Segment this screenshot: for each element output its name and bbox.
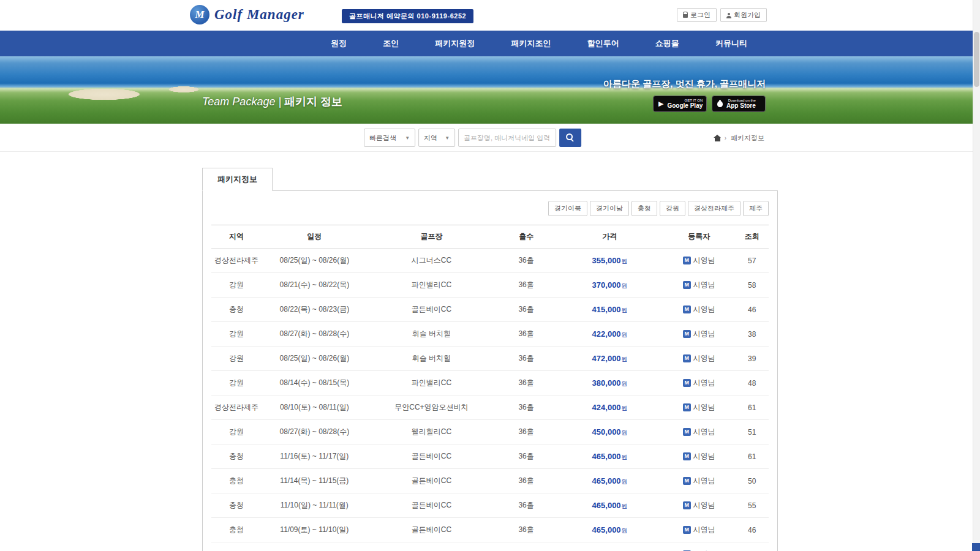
hero-banner: Team Package | 패키지 정보 아름다운 골프장, 멋진 휴가, 골… [0, 56, 980, 124]
table-row[interactable]: 충청11/16(토) ~ 11/17(일)골든베이CC36홀465,000원M시… [211, 444, 769, 469]
table-row[interactable]: 강원08/21(수) ~ 08/22(목)파인밸리CC36홀370,000원M시… [211, 273, 769, 298]
cell-course: 골든베이CC [368, 298, 496, 322]
chevron-down-icon: ▼ [405, 135, 410, 141]
column-header-6: 조회 [735, 225, 769, 249]
nav-item-discount-tour[interactable]: 할인투어 [587, 38, 619, 49]
cell-course: 골든베이CC [368, 469, 496, 493]
table-row[interactable]: 강원08/14(수) ~ 08/15(목)파인밸리CC36홀380,000원M시… [211, 371, 769, 395]
cell-views: 51 [735, 420, 769, 444]
table-row[interactable]: 경상전라제주08/25(일) ~ 08/26(월)시그너스CC36홀355,00… [211, 249, 769, 273]
cell-registrant: M시영님 [663, 395, 735, 420]
cell-price: 370,000원 [557, 273, 663, 298]
won-suffix: 원 [622, 405, 628, 411]
scroll-top-button[interactable] [972, 543, 980, 551]
nav-item-shop[interactable]: 쇼핑몰 [655, 38, 679, 49]
cell-registrant: M시영님 [663, 273, 735, 298]
table-row[interactable]: 강원08/27(화) ~ 08/28(수)웰리힐리CC36홀450,000원M시… [211, 420, 769, 444]
registrant-badge-icon: M [683, 257, 691, 264]
registrant-badge-icon: M [683, 452, 691, 460]
cell-registrant: M시영님 [663, 420, 735, 444]
home-icon[interactable] [715, 138, 720, 141]
scrollbar-thumb[interactable] [974, 32, 979, 87]
cell-views: 39 [735, 347, 769, 371]
cell-region: 경상전라제주 [211, 395, 262, 420]
filter-button-jeju[interactable]: 제주 [743, 201, 769, 216]
region-filters: 경기이북경기이남충청강원경상전라제주제주 [211, 201, 769, 216]
filter-button-chungcheong[interactable]: 충청 [631, 201, 657, 216]
table-row[interactable]: 경상전라제주08/10(토) ~ 08/11(일)무안CC+영암오션비치36홀4… [211, 395, 769, 420]
registrant-badge-icon: M [683, 354, 691, 362]
table-row[interactable]: 강원08/25(일) ~ 08/26(월)휘슬 버치힐36홀472,000원M시… [211, 347, 769, 371]
table-row[interactable]: 충청08/22(목) ~ 08/23(금)골든베이CC36홀415,000원M시… [211, 298, 769, 322]
cell-schedule: 08/27(화) ~ 08/28(수) [262, 420, 368, 444]
tab-package-info[interactable]: 패키지정보 [202, 168, 273, 191]
cell-price: 465,000원 [557, 542, 663, 551]
logo-m-icon: M [190, 5, 209, 24]
search-button[interactable] [559, 129, 581, 147]
search-input[interactable] [458, 129, 556, 147]
cell-region: 충청 [211, 518, 262, 542]
region-dropdown[interactable]: 지역 ▼ [418, 129, 455, 147]
table-row[interactable]: 충청11/09(토) ~ 11/10(일)골든베이CC36홀465,000원M시… [211, 518, 769, 542]
cell-region: 충청 [211, 493, 262, 518]
cell-holes: 36홀 [496, 518, 557, 542]
filter-button-gyeonggi-south[interactable]: 경기이남 [590, 201, 629, 216]
signup-button[interactable]: 회원가입 [720, 8, 767, 22]
cell-region: 강원 [211, 322, 262, 347]
cell-region: 충청 [211, 542, 262, 551]
cell-registrant: M시영님 [663, 518, 735, 542]
price-value: 422,000 [592, 329, 621, 339]
cell-views: 38 [735, 322, 769, 347]
registrant-badge-icon: M [683, 501, 691, 509]
cell-course: 골든베이CC [368, 542, 496, 551]
column-header-5: 등록자 [663, 225, 735, 249]
nav-menu: 원정조인패키지원정패키지조인할인투어쇼핑몰커뮤니티 [331, 31, 747, 56]
registrant-badge-icon: M [683, 526, 691, 534]
cell-holes: 36홀 [496, 469, 557, 493]
cell-schedule: 11/14(목) ~ 11/15(금) [262, 469, 368, 493]
nav-item-join[interactable]: 조인 [383, 38, 399, 49]
nav-item-tour[interactable]: 원정 [331, 38, 347, 49]
table-row[interactable]: 충청11/01(금) ~ 11/02(토)골든베이CC36홀465,000원M시… [211, 542, 769, 551]
table-row[interactable]: 강원08/27(화) ~ 08/28(수)휘슬 버치힐36홀422,000원M시… [211, 322, 769, 347]
cell-course: 골든베이CC [368, 518, 496, 542]
app-store-badge[interactable]: Download on the App Store [712, 96, 766, 112]
cell-schedule: 08/22(목) ~ 08/23(금) [262, 298, 368, 322]
google-play-badge[interactable]: ▶ GET IT ON Google Play [653, 96, 707, 112]
main-content: 패키지정보 경기이북경기이남충청강원경상전라제주제주 지역일정골프장홀수가격등록… [0, 152, 980, 551]
registrant-badge-icon: M [683, 403, 691, 411]
registrant-badge-icon: M [683, 428, 691, 436]
cell-schedule: 08/25(일) ~ 08/26(월) [262, 249, 368, 273]
table-row[interactable]: 충청11/10(일) ~ 11/11(월)골든베이CC36홀465,000원M시… [211, 493, 769, 518]
table-row[interactable]: 충청11/14(목) ~ 11/15(금)골든베이CC36홀465,000원M시… [211, 469, 769, 493]
nav-item-package-join[interactable]: 패키지조인 [511, 38, 551, 49]
cell-course: 웰리힐리CC [368, 420, 496, 444]
cell-holes: 36홀 [496, 298, 557, 322]
registrant-badge-icon: M [683, 379, 691, 387]
cell-price: 380,000원 [557, 371, 663, 395]
price-value: 465,000 [592, 452, 621, 461]
cell-holes: 36홀 [496, 322, 557, 347]
cell-holes: 36홀 [496, 493, 557, 518]
filter-button-gyeongsang-jeolla-jeju[interactable]: 경상전라제주 [688, 201, 741, 216]
lock-icon [683, 14, 688, 18]
filter-button-gangwon[interactable]: 강원 [660, 201, 685, 216]
region-dropdown-label: 지역 [424, 133, 437, 143]
cell-holes: 36홀 [496, 420, 557, 444]
cell-views: 49 [735, 542, 769, 551]
login-button[interactable]: 로그인 [677, 8, 717, 22]
main-nav: 원정조인패키지원정패키지조인할인투어쇼핑몰커뮤니티 [0, 31, 980, 56]
nav-item-package-tour[interactable]: 패키지원정 [435, 38, 475, 49]
filter-button-gyeonggi-north[interactable]: 경기이북 [548, 201, 587, 216]
cell-views: 48 [735, 371, 769, 395]
cell-holes: 36홀 [496, 542, 557, 551]
registrant-badge-icon: M [683, 477, 691, 485]
site-logo[interactable]: M Golf Manager [190, 5, 304, 24]
nav-item-community[interactable]: 커뮤니티 [715, 38, 747, 49]
quick-search-dropdown[interactable]: 빠른검색 ▼ [364, 129, 415, 147]
cell-registrant: M시영님 [663, 469, 735, 493]
price-value: 472,000 [592, 354, 621, 363]
column-header-1: 일정 [262, 225, 368, 249]
cell-price: 424,000원 [557, 395, 663, 420]
cell-registrant: M시영님 [663, 542, 735, 551]
